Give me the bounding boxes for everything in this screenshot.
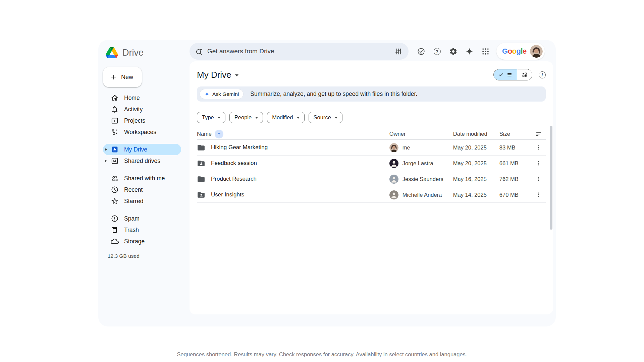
- gemini-banner: Ask Gemini Summarize, analyze, and get u…: [197, 86, 546, 102]
- account-pill[interactable]: Google: [496, 43, 545, 60]
- owner-name: me: [402, 144, 410, 151]
- date-modified: May 20, 2025: [453, 160, 499, 167]
- brand-name: Drive: [122, 48, 144, 58]
- arrow-up-icon: [216, 131, 222, 137]
- sidebar-item-my-drive[interactable]: My Drive: [103, 144, 181, 155]
- storage-used-label: 12.3 GB used: [108, 253, 190, 259]
- settings-button[interactable]: [445, 43, 461, 59]
- filter-chip-label: Source: [314, 114, 331, 121]
- owner-avatar: [389, 159, 398, 168]
- chevron-down-icon: [218, 117, 220, 119]
- chevron-down-icon: [297, 117, 300, 119]
- date-modified: May 16, 2025: [453, 176, 499, 182]
- grid-view-icon: [522, 72, 528, 78]
- search-input[interactable]: [207, 48, 388, 55]
- star-icon: [111, 197, 119, 205]
- file-size: 670 MB: [499, 192, 532, 198]
- column-header-owner[interactable]: Owner: [389, 131, 453, 137]
- home-icon: [111, 94, 119, 102]
- sidebar-item-spam[interactable]: Spam: [103, 213, 181, 224]
- sidebar-item-trash[interactable]: Trash: [103, 224, 181, 236]
- file-size: 83 MB: [499, 144, 532, 151]
- expand-chevron-icon[interactable]: [105, 160, 107, 162]
- sidebar-item-home[interactable]: Home: [103, 92, 181, 104]
- search-with-spark-icon: [195, 47, 203, 56]
- sidebar-item-recent[interactable]: Recent: [103, 184, 181, 195]
- grid-view-button[interactable]: [517, 69, 532, 80]
- chevron-down-icon: [335, 117, 337, 119]
- offline-status-check-icon: [417, 47, 425, 56]
- table-row-user-insights[interactable]: User Insights Michelle Andera May 14, 20…: [197, 187, 546, 203]
- cloud-icon: [111, 237, 119, 245]
- filter-chip-type[interactable]: Type: [197, 112, 225, 123]
- sidebar-item-label: Workspaces: [124, 129, 156, 136]
- sort-direction-badge[interactable]: [215, 130, 223, 138]
- offline-status-button[interactable]: [413, 43, 429, 59]
- sidebar-item-starred[interactable]: Starred: [103, 195, 181, 207]
- list-view-button[interactable]: [494, 69, 517, 80]
- filter-chip-source[interactable]: Source: [309, 112, 342, 123]
- expand-chevron-icon[interactable]: [105, 148, 107, 151]
- help-icon: ?: [434, 48, 441, 55]
- sort-options-button[interactable]: [535, 131, 542, 137]
- sidebar-item-shared-with-me[interactable]: Shared with me: [103, 173, 181, 184]
- filter-chip-modified[interactable]: Modified: [267, 112, 304, 123]
- shared-folder-icon: [197, 191, 205, 199]
- filter-chip-label: Modified: [272, 114, 293, 121]
- help-button[interactable]: ?: [429, 43, 445, 59]
- sidebar: Drive New Home Activity Projects Workspa…: [98, 40, 190, 326]
- column-header-date-modified[interactable]: Date modified: [453, 131, 499, 137]
- sidebar-item-storage[interactable]: Storage: [103, 236, 181, 247]
- shared-drives-icon: [111, 157, 119, 165]
- owner-avatar: [389, 175, 398, 184]
- sidebar-item-shared-drives[interactable]: Shared drives: [103, 155, 181, 167]
- advanced-search-button[interactable]: [392, 45, 405, 58]
- more-vertical-icon: [535, 144, 542, 151]
- more-vertical-icon: [535, 160, 542, 167]
- row-more-actions-button[interactable]: [535, 176, 542, 182]
- sidebar-item-label: Home: [124, 95, 140, 102]
- file-name: Hiking Gear Marketing: [211, 144, 268, 151]
- chevron-down-icon: [255, 117, 258, 119]
- table-row-feedback-session[interactable]: Feedback session Jorge Lastra May 20, 20…: [197, 156, 546, 171]
- details-info-button[interactable]: i: [539, 71, 546, 78]
- topbar-icons: ? Google: [413, 43, 545, 60]
- table-header: Name Owner Date modified Size: [197, 128, 546, 140]
- sidebar-item-activity[interactable]: Activity: [103, 104, 181, 115]
- table-row-hiking-gear-marketing[interactable]: Hiking Gear Marketing me May 20, 2025 83…: [197, 140, 546, 156]
- projects-icon: [111, 117, 119, 125]
- row-more-actions-button[interactable]: [535, 160, 542, 167]
- scrollbar-thumb[interactable]: [550, 126, 552, 230]
- sidebar-item-label: Activity: [124, 106, 143, 113]
- content-card: My Drive i: [190, 61, 553, 314]
- sidebar-item-projects[interactable]: Projects: [103, 115, 181, 126]
- sidebar-item-workspaces[interactable]: Workspaces: [103, 126, 181, 138]
- owner-avatar: [389, 143, 398, 152]
- ask-gemini-button[interactable]: Ask Gemini: [200, 89, 244, 99]
- plus-icon: [110, 73, 117, 81]
- sidebar-item-label: Spam: [124, 215, 140, 222]
- drive-app-window: Drive New Home Activity Projects Workspa…: [98, 40, 556, 326]
- folder-icon: [197, 175, 205, 183]
- sidebar-item-label: Storage: [124, 238, 145, 245]
- row-more-actions-button[interactable]: [535, 144, 542, 151]
- sidebar-item-label: Shared with me: [124, 175, 165, 182]
- chevron-down-icon: [235, 74, 238, 76]
- google-apps-button[interactable]: [477, 43, 493, 59]
- table-row-product-research[interactable]: Product Research Jessie Saunders May 16,…: [197, 171, 546, 187]
- folder-title-dropdown[interactable]: My Drive: [194, 68, 242, 81]
- row-more-actions-button[interactable]: [535, 191, 542, 198]
- bell-icon: [111, 105, 119, 113]
- drive-brand: Drive: [98, 46, 190, 59]
- new-button[interactable]: New: [103, 67, 142, 87]
- filter-chip-people[interactable]: People: [229, 112, 263, 123]
- settings-gear-icon: [449, 47, 458, 56]
- column-header-size[interactable]: Size: [499, 131, 532, 137]
- sidebar-item-label: Trash: [124, 227, 139, 234]
- user-avatar[interactable]: [530, 45, 543, 58]
- gemini-button[interactable]: [461, 43, 477, 59]
- google-apps-grid-icon: [481, 47, 490, 56]
- column-header-name[interactable]: Name: [197, 130, 389, 138]
- file-size: 661 MB: [499, 160, 532, 167]
- search-bar[interactable]: [190, 43, 409, 60]
